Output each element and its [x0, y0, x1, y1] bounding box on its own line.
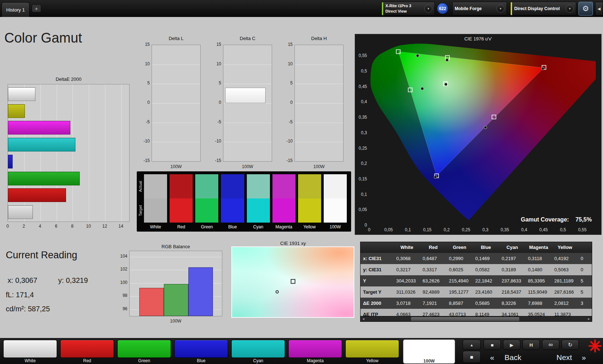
chart-title: Delta L — [152, 36, 201, 41]
deltae-bar-magenta — [8, 121, 70, 135]
refresh-button[interactable]: ↻ — [562, 340, 579, 350]
source-dropdown[interactable]: Mobile Forge ▾ — [452, 2, 507, 16]
y-tick-label: -5 — [141, 119, 150, 124]
x-tick-label: 10 — [86, 224, 91, 229]
column-header: Green — [446, 242, 473, 253]
stop-large-button[interactable]: ■ — [463, 351, 481, 363]
patch-label: Green — [117, 358, 171, 363]
measurement-count-badge[interactable]: 622 — [437, 3, 448, 14]
patch-button-cyan[interactable]: Cyan — [231, 340, 285, 363]
display-control-dropdown[interactable]: Direct Display Control ▾ — [510, 2, 576, 16]
table-row: y: CIE310,32170,33170,60250,05820,31890,… — [361, 264, 592, 275]
patch-button-green[interactable]: Green — [117, 340, 171, 363]
x-tick-label: 0,55 — [578, 227, 587, 232]
cell-value: 0 — [578, 253, 592, 264]
cell-value: 218,5437 — [499, 286, 525, 298]
cell-value: 311,0326 — [394, 286, 420, 298]
meter-dropdown[interactable]: X-Rite i1Pro 3 Direct View ▾ — [381, 2, 435, 16]
y-tick-label: 0,35 — [359, 115, 367, 120]
play-button[interactable]: ▶ — [503, 340, 520, 350]
x-axis-label: 100W — [129, 319, 222, 324]
cell-value: 3 — [578, 298, 592, 309]
patch-label: Cyan — [231, 358, 285, 363]
deltae-bar-blue — [8, 155, 13, 168]
deltae-bar-100w — [8, 87, 35, 101]
first-button[interactable]: « — [490, 352, 494, 363]
source-label: Mobile Forge — [453, 6, 484, 12]
y-tick-label: -10 — [141, 139, 150, 144]
delta-c-plot — [223, 45, 272, 162]
scroll-thumb[interactable] — [411, 317, 519, 321]
cie-1976-diagram: 00,050,10,150,20,250,30,350,40,450,50,55… — [355, 34, 602, 235]
reading-y: y: 0,3219 — [58, 276, 88, 285]
measured-marker-cyan — [421, 87, 424, 90]
gamut-coverage-label: Gamut Coverage: — [521, 216, 569, 223]
x-tick-label: 0,35 — [501, 227, 509, 232]
results-table: WhiteRedGreenBlueCyanMagentaYellow x: CI… — [360, 242, 592, 322]
actual-swatch — [221, 174, 244, 198]
x-tick-label: 0,4 — [521, 227, 527, 232]
measured-marker-blue — [434, 176, 437, 179]
column-header: Yellow — [552, 242, 578, 253]
up-button[interactable]: ▲ — [463, 340, 481, 350]
measured-marker-white — [445, 83, 447, 86]
loop-button[interactable]: ∞ — [542, 340, 559, 350]
scroll-right-icon[interactable]: ► — [586, 316, 592, 322]
y-tick-label: 10 — [284, 61, 293, 66]
patch-button-yellow[interactable]: Yellow — [345, 340, 399, 363]
swatch-label: Cyan — [247, 224, 270, 230]
x-tick-label: 0 — [368, 227, 371, 232]
collapse-panel-icon[interactable]: ◀ — [595, 2, 603, 16]
rgb-bar-red — [139, 288, 164, 316]
swatch-label: Magenta — [272, 224, 296, 230]
patch-button-magenta[interactable]: Magenta — [288, 340, 342, 363]
y-tick-label: 0 — [284, 100, 293, 105]
cell-value: 195,1277 — [446, 286, 473, 298]
y-tick-label: 0,25 — [359, 146, 367, 151]
patch-button-red[interactable]: Red — [60, 340, 114, 363]
cell-value: 7,1921 — [420, 298, 446, 309]
deltae-bar-yellow — [8, 104, 25, 118]
gridline — [130, 257, 222, 257]
back-button[interactable]: Back — [504, 352, 521, 363]
target-swatch — [324, 198, 347, 223]
y-tick-label: 0,2 — [361, 161, 367, 166]
chevron-down-icon[interactable]: ▾ — [566, 5, 574, 13]
scroll-left-icon[interactable]: ◄ — [361, 316, 366, 322]
y-ticks: 151050-5-10-15 — [284, 45, 293, 162]
row-label: y: CIE31 — [361, 264, 394, 275]
add-tab-button[interactable]: + — [32, 4, 41, 12]
y-tick-label: 5 — [141, 80, 150, 85]
gear-icon[interactable]: ⚙ — [578, 2, 593, 16]
cell-value: 115,9049 — [525, 286, 552, 298]
patch-button-white[interactable]: White — [3, 340, 57, 363]
y-tick-label: -5 — [284, 119, 293, 124]
y-tick-label: 96 — [119, 306, 127, 311]
delta-bar — [225, 88, 266, 103]
x-tick-label: 0,25 — [462, 227, 471, 232]
patch-button-100w[interactable]: 100W — [403, 339, 455, 364]
next-button[interactable]: Next — [556, 352, 572, 363]
y-tick-label: 10 — [141, 61, 150, 66]
cell-value: 3,0718 — [394, 298, 420, 309]
delta-l-chart: Delta L 151050-5-10-15 100W — [141, 36, 202, 170]
cell-value: 0,3317 — [420, 264, 446, 275]
chevron-down-icon[interactable]: ▾ — [424, 5, 432, 13]
x-tick-label: 0,05 — [384, 227, 393, 232]
gridline — [295, 142, 343, 142]
tab-history-1[interactable]: History 1 — [1, 2, 30, 17]
patch-button-blue[interactable]: Blue — [174, 340, 228, 363]
pause-button[interactable]: H — [523, 340, 540, 350]
cell-value: 304,2033 — [394, 275, 420, 286]
last-button[interactable]: » — [582, 352, 586, 363]
y-tick-label: 100 — [119, 280, 127, 285]
chevron-down-icon[interactable]: ▾ — [497, 5, 504, 13]
x-tick-label: 6 — [55, 224, 57, 229]
stop-button[interactable]: ■ — [484, 340, 501, 350]
cell-value: 0,6487 — [420, 253, 446, 264]
rgb-balance-chart: RGB Balance 1041021009896 100W — [119, 244, 224, 323]
table-scrollbar[interactable]: ◄ ► — [361, 316, 592, 321]
column-header — [578, 242, 592, 253]
gridline — [223, 84, 272, 84]
cie-1931-diagram — [231, 246, 354, 318]
